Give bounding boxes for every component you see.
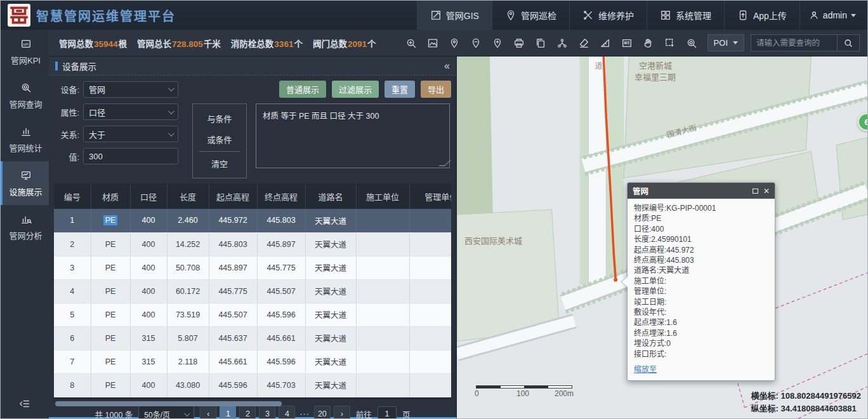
table-row[interactable]: 8PE40043.080445.596445.703天翼大道	[54, 373, 451, 397]
legend-button[interactable]	[617, 34, 636, 52]
table-cell	[356, 350, 409, 373]
select-box-button[interactable]	[661, 34, 680, 52]
sidebar-item-analysis[interactable]: 管网分析	[1, 205, 49, 249]
table-cell: PE	[91, 279, 130, 303]
table-cell: 315	[130, 326, 167, 350]
node-link-button[interactable]	[553, 34, 572, 52]
table-row[interactable]: 5PE40073.519445.507445.596天翼大道	[54, 303, 451, 326]
collapse-icon	[19, 398, 30, 409]
nav-item-patrol[interactable]: 管网巡检	[492, 1, 569, 30]
nav-item-maintain[interactable]: 维修养护	[569, 1, 647, 30]
table-cell: 天翼大道	[305, 303, 356, 326]
sidebar-item-kpi[interactable]: kPI管网KPI	[1, 30, 49, 74]
locate-button[interactable]	[445, 34, 464, 52]
popup-close-button[interactable]: ✕	[763, 187, 770, 195]
sidebar-collapse-button[interactable]	[1, 388, 49, 418]
value-input[interactable]	[83, 148, 178, 164]
zoom-in-button[interactable]	[402, 34, 421, 52]
table-cell: 400	[130, 303, 167, 326]
chevron-down-icon	[851, 14, 856, 17]
select-box-icon	[664, 37, 676, 49]
page-title: 智慧管网运维管理平台	[36, 6, 176, 25]
clear-button[interactable]	[574, 34, 593, 52]
chevron-down-icon	[168, 130, 174, 136]
table-cell: PE	[91, 232, 130, 256]
popup-field: 长度:2.45990101	[634, 234, 768, 244]
full-extent-button[interactable]	[423, 34, 442, 52]
pin-plus-button[interactable]	[488, 34, 507, 52]
device-select[interactable]: 管网	[83, 81, 178, 98]
zoom-to-link[interactable]: 缩放至	[634, 363, 657, 374]
goto-page-input[interactable]	[378, 406, 397, 419]
table-cell	[356, 373, 409, 397]
table-row[interactable]: 6PE3155.807445.637445.661天翼大道	[54, 326, 451, 350]
table-cell	[409, 350, 451, 373]
query-button[interactable]	[682, 34, 701, 52]
page-size-select[interactable]: 50条/页	[138, 406, 194, 419]
page-button-3[interactable]: 3	[259, 406, 275, 419]
condition-expression-box[interactable]: 材质 等于 PE 而且 口径 大于 300	[256, 103, 450, 168]
popup-arrow	[621, 277, 628, 287]
scrollbar-thumb[interactable]	[55, 401, 282, 406]
table-row[interactable]: 2PE40014.252445.803445.897天翼大道	[54, 232, 451, 256]
nav-item-system[interactable]: 系统管理	[647, 1, 724, 30]
measure-button[interactable]	[596, 34, 615, 52]
nav-item-app[interactable]: App上传	[724, 1, 799, 30]
page-button-1[interactable]: 1	[220, 406, 236, 419]
sidebar-item-query[interactable]: 管网查询	[1, 74, 49, 117]
export-button[interactable]: 导出	[421, 81, 451, 98]
page-button-2[interactable]: 2	[239, 406, 256, 419]
pin-minus-button[interactable]	[466, 34, 485, 52]
map-search-button[interactable]	[837, 34, 860, 51]
popup-field: 竣工日期:	[634, 297, 768, 307]
prev-page-button[interactable]: ‹	[200, 406, 216, 419]
reset-button[interactable]: 重置	[385, 81, 415, 98]
nav-item-gis[interactable]: 管网GIS	[417, 1, 492, 30]
popup-maximize-button[interactable]	[753, 189, 758, 194]
zoom-in-icon	[405, 37, 417, 49]
user-menu[interactable]: admin	[799, 1, 867, 30]
locate-icon	[449, 37, 460, 49]
table-row[interactable]: 4PE40060.172445.775445.507天翼大道	[54, 279, 451, 303]
scalebar-tick: 100	[516, 389, 529, 398]
stat-item: 消防栓总数3361个	[231, 37, 303, 50]
print-button[interactable]	[510, 34, 529, 52]
panel-collapse-button[interactable]: «	[444, 61, 450, 71]
legend-icon	[621, 37, 633, 49]
table-cell	[409, 256, 451, 279]
sidebar-item-stats[interactable]: 管网统计	[1, 117, 49, 161]
stat-unit: 千米	[204, 39, 221, 49]
or-condition-button[interactable]: 或条件	[193, 129, 246, 150]
page-button-4[interactable]: 4	[279, 406, 295, 419]
copy-button[interactable]	[531, 34, 550, 52]
maintain-icon	[582, 10, 594, 21]
table-row[interactable]: 3PE40050.708445.897445.775天翼大道	[54, 256, 451, 279]
x-coord-value: 108.80284491976592	[780, 391, 861, 401]
panel-title: 设备展示	[62, 60, 96, 72]
pages-ellipsis[interactable]: ···	[298, 409, 311, 418]
page-button-20[interactable]: 20	[314, 406, 331, 419]
clear-condition-button[interactable]: 清空	[193, 153, 246, 174]
value-label: 值:	[54, 150, 79, 163]
attribute-select[interactable]: 口径	[83, 103, 178, 120]
table-cell	[409, 326, 451, 350]
pan-button[interactable]	[639, 34, 658, 52]
stat-label: 消防栓总数	[231, 39, 274, 49]
app-window: 智慧管网运维管理平台 管网GIS管网巡检维修养护系统管理App上传 admin …	[0, 0, 868, 419]
sidebar-item-facility[interactable]: 设施展示	[1, 161, 49, 205]
chevron-down-icon	[184, 410, 190, 416]
normal-display-button[interactable]: 普通展示	[279, 81, 326, 98]
table-row[interactable]: 1PE4002.460445.972445.803天翼大道	[54, 209, 451, 232]
and-condition-button[interactable]: 与条件	[193, 108, 246, 129]
poi-type-select[interactable]: POI	[707, 34, 744, 51]
sidebar-item-label: 管网KPI	[11, 54, 41, 66]
table-row[interactable]: 7PE3152.118445.661445.596天翼大道	[54, 350, 451, 373]
relation-select[interactable]: 大于	[83, 126, 178, 142]
map-search-input[interactable]	[751, 34, 837, 51]
facility-icon	[20, 170, 32, 181]
table-cell: PE	[91, 373, 130, 397]
map-canvas[interactable]: 空港新城 幸福里三期 国清大街 西安国际美术城 道 6 管网 ✕	[457, 57, 867, 418]
next-page-button[interactable]: ›	[334, 406, 350, 419]
table-cell: 2.460	[167, 209, 209, 232]
filter-display-button[interactable]: 过滤展示	[332, 81, 379, 98]
